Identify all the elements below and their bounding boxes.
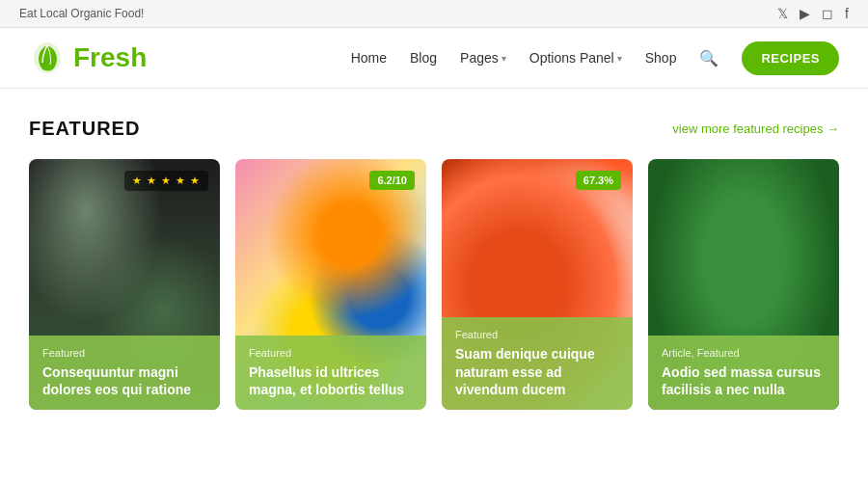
nav-blog[interactable]: Blog (410, 50, 437, 66)
featured-cards-grid: ★ ★ ★ ★ ★ Featured Consequuntur magni do… (29, 159, 839, 410)
card-3-title: Suam denique cuique naturam esse ad vive… (455, 345, 619, 398)
card-4-title: Aodio sed massa cursus facilisis a nec n… (662, 363, 826, 398)
card-2-title: Phasellus id ultrices magna, et lobortis… (249, 363, 413, 398)
pages-chevron-icon: ▾ (502, 53, 506, 64)
card-2-footer: Featured Phasellus id ultrices magna, et… (235, 336, 426, 410)
logo-icon (29, 40, 66, 76)
nav-options-panel[interactable]: Options Panel ▾ (529, 50, 622, 66)
main-nav: Home Blog Pages ▾ Options Panel ▾ Shop 🔍… (351, 41, 839, 75)
featured-card-3[interactable]: 67.3% Featured Suam denique cuique natur… (442, 159, 633, 410)
featured-card-2[interactable]: 6.2/10 Featured Phasellus id ultrices ma… (235, 159, 426, 410)
card-3-percent-badge: 67.3% (576, 171, 621, 190)
featured-card-4[interactable]: Article, Featured Aodio sed massa cursus… (648, 159, 839, 410)
youtube-icon[interactable]: ▶ (800, 6, 810, 21)
card-2-category: Featured (249, 347, 413, 359)
featured-header: FEATURED view more featured recipes → (29, 118, 839, 140)
topbar-text: Eat Local Organic Food! (19, 7, 144, 20)
options-chevron-icon: ▾ (617, 53, 622, 64)
card-4-category: Article, Featured (662, 347, 826, 359)
twitter-icon[interactable]: 𝕏 (777, 6, 788, 21)
nav-shop[interactable]: Shop (645, 50, 677, 66)
social-icons: 𝕏 ▶ ◻ f (777, 6, 849, 21)
header: Fresh Home Blog Pages ▾ Options Panel ▾ … (0, 28, 868, 89)
facebook-icon[interactable]: f (845, 6, 849, 21)
card-3-footer: Featured Suam denique cuique naturam ess… (442, 317, 633, 410)
logo[interactable]: Fresh (29, 40, 147, 76)
featured-card-1[interactable]: ★ ★ ★ ★ ★ Featured Consequuntur magni do… (29, 159, 220, 410)
recipes-button[interactable]: RECIPES (742, 41, 839, 75)
card-1-footer: Featured Consequuntur magni dolores eos … (29, 336, 220, 410)
card-1-category: Featured (42, 347, 206, 359)
card-2-score-badge: 6.2/10 (369, 171, 415, 190)
view-more-link[interactable]: view more featured recipes → (672, 121, 839, 136)
main-content: FEATURED view more featured recipes → ★ … (0, 89, 868, 448)
topbar: Eat Local Organic Food! 𝕏 ▶ ◻ f (0, 0, 868, 28)
card-3-category: Featured (455, 329, 619, 340)
card-1-stars-badge: ★ ★ ★ ★ ★ (124, 171, 208, 191)
search-icon[interactable]: 🔍 (699, 49, 719, 67)
logo-text: Fresh (73, 42, 147, 73)
featured-title: FEATURED (29, 118, 140, 140)
nav-pages[interactable]: Pages ▾ (460, 50, 506, 66)
card-1-title: Consequuntur magni dolores eos qui ratio… (42, 363, 206, 398)
instagram-icon[interactable]: ◻ (822, 6, 833, 21)
nav-home[interactable]: Home (351, 50, 387, 66)
card-4-footer: Article, Featured Aodio sed massa cursus… (648, 336, 839, 410)
